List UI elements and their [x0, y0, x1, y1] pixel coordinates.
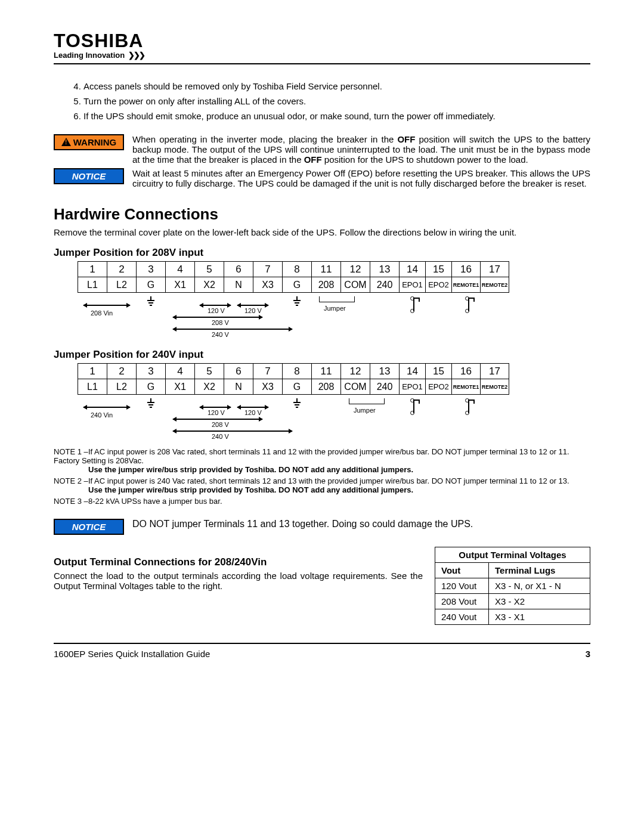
switch-symbol	[410, 398, 434, 415]
subheading-208: Jumper Position for 208V input	[54, 247, 590, 259]
doc-title: 1600EP Series Quick Installation Guide	[54, 649, 210, 659]
notice-badge: NOTICE	[54, 519, 124, 535]
span-arrow	[83, 305, 130, 306]
numbered-list: Access panels should be removed only by …	[54, 79, 590, 123]
output-heading: Output Terminal Connections for 208/240V…	[54, 556, 423, 568]
brand-name: TOSHIBA	[54, 30, 590, 52]
list-item: Turn the power on only after installing …	[83, 94, 590, 109]
terminal-table-240: 1234567811121314151617 L1L2GX1X2NX3G208C…	[78, 363, 590, 395]
list-item: Access panels should be removed only by …	[83, 79, 590, 94]
notice-callout-2: NOTICE DO NOT jumper Terminals 11 and 13…	[54, 519, 590, 535]
rule-bottom	[54, 643, 590, 644]
page-number: 3	[586, 649, 590, 659]
switch-symbol	[410, 296, 434, 313]
warning-callout: WARNING When operating in the inverter m…	[54, 134, 590, 165]
notice-text: Wait at least 5 minutes after an Emergen…	[132, 168, 590, 188]
brand-header: TOSHIBA Leading Innovation ❯❯❯	[54, 30, 590, 60]
alert-icon	[61, 138, 71, 146]
chevron-icon: ❯❯❯	[128, 51, 144, 60]
section-title: Hardwire Connections	[54, 205, 590, 224]
diagram-208: 208 Vin 120 V 120 V 208 V 240 V Jumper	[78, 296, 590, 339]
notice-badge: NOTICE	[54, 168, 124, 184]
switch-symbol	[465, 296, 489, 313]
page-footer: 1600EP Series Quick Installation Guide 3	[54, 649, 590, 659]
ground-icon	[292, 398, 302, 408]
notes-block: NOTE 1 –If AC input power is 208 Vac rat…	[54, 447, 590, 506]
list-item: If the UPS should emit smoke, produce an…	[83, 109, 590, 123]
notice-text: DO NOT jumper Terminals 11 and 13 togeth…	[132, 519, 590, 529]
ground-icon	[146, 296, 156, 306]
ground-icon	[292, 296, 302, 306]
brand-tagline: Leading Innovation ❯❯❯	[54, 51, 590, 60]
diagram-240: 240 Vin 120 V 120 V 208 V 240 V Jumper	[78, 398, 590, 441]
ground-icon	[146, 398, 156, 408]
rule-top	[54, 63, 590, 64]
warning-badge: WARNING	[54, 134, 124, 150]
notice-callout: NOTICE Wait at least 5 minutes after an …	[54, 168, 590, 188]
warning-text: When operating in the inverter mode, pla…	[132, 134, 590, 165]
jumper-bracket	[349, 398, 385, 404]
section-intro: Remove the terminal cover plate on the l…	[54, 227, 590, 237]
output-para: Connect the load to the output terminals…	[54, 571, 423, 591]
jumper-bracket	[319, 296, 355, 302]
terminal-table-208: 1234567811121314151617 L1L2GX1X2NX3G208C…	[78, 261, 590, 293]
switch-symbol	[465, 398, 489, 415]
subheading-240: Jumper Position for 240V input	[54, 349, 590, 361]
output-voltages-table: Output Terminal Voltages VoutTerminal Lu…	[435, 547, 590, 625]
